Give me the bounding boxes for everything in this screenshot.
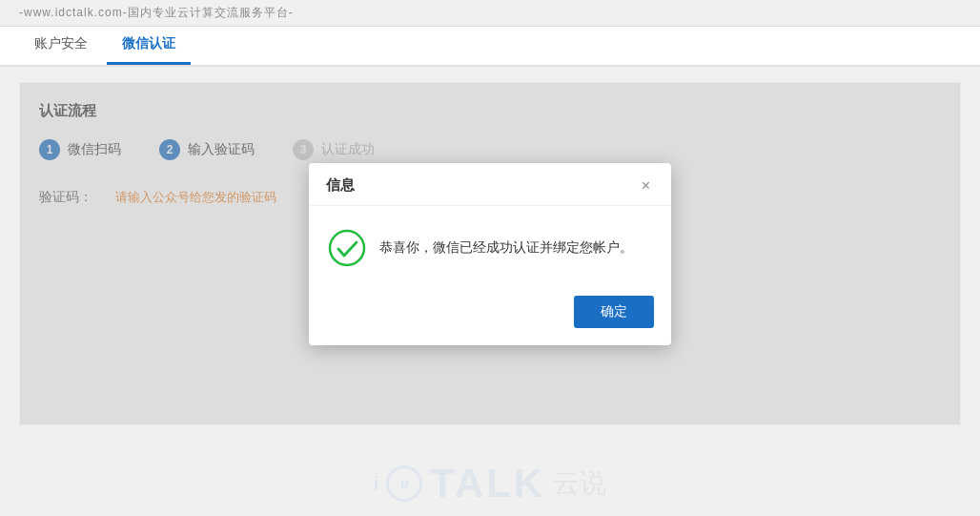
bottom-watermark: i e TALK 云说: [0, 461, 980, 506]
dialog-title: 信息: [326, 176, 355, 195]
bottom-wm-text: 云说: [553, 465, 606, 502]
tab-account-security[interactable]: 账户安全: [19, 28, 103, 65]
dialog-body: 恭喜你，微信已经成功认证并绑定您帐户。: [309, 206, 671, 286]
tabs-bar: 账户安全 微信认证: [0, 27, 980, 67]
dialog-box: 信息 × 恭喜你，微信已经成功认证并绑定您帐户。 确定: [309, 163, 671, 345]
bottom-wm-logo: TALK: [430, 461, 545, 506]
tab-wechat-auth[interactable]: 微信认证: [107, 28, 191, 65]
svg-point-0: [330, 231, 364, 265]
dialog-overlay: 信息 × 恭喜你，微信已经成功认证并绑定您帐户。 确定: [20, 83, 960, 424]
banner-text: -www.idctalk.com-国内专业云计算交流服务平台-: [19, 5, 294, 21]
dialog-message: 恭喜你，微信已经成功认证并绑定您帐户。: [379, 237, 633, 258]
dialog-footer: 确定: [309, 286, 671, 345]
success-icon: [328, 229, 366, 267]
top-banner: -www.idctalk.com-国内专业云计算交流服务平台-: [0, 0, 980, 27]
dialog-close-button[interactable]: ×: [638, 176, 654, 196]
confirm-button[interactable]: 确定: [574, 296, 654, 328]
main-content: -www.idctalk.com-国内专业云计算交流服务平台- i e TALK…: [19, 82, 961, 425]
dialog-header: 信息 ×: [309, 163, 671, 206]
